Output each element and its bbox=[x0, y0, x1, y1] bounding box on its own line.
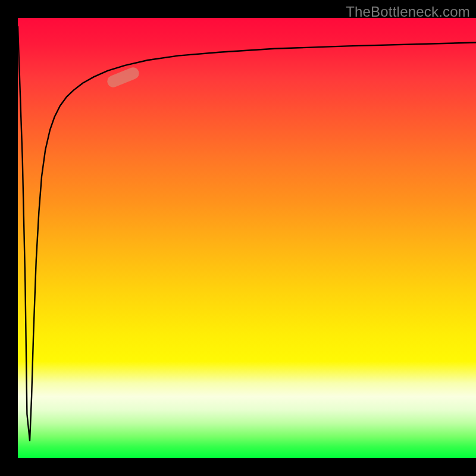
chart-frame: TheBottleneck.com bbox=[0, 0, 476, 476]
watermark-text: TheBottleneck.com bbox=[346, 4, 470, 20]
curve-layer bbox=[18, 18, 476, 458]
bottleneck-curve bbox=[18, 27, 476, 441]
